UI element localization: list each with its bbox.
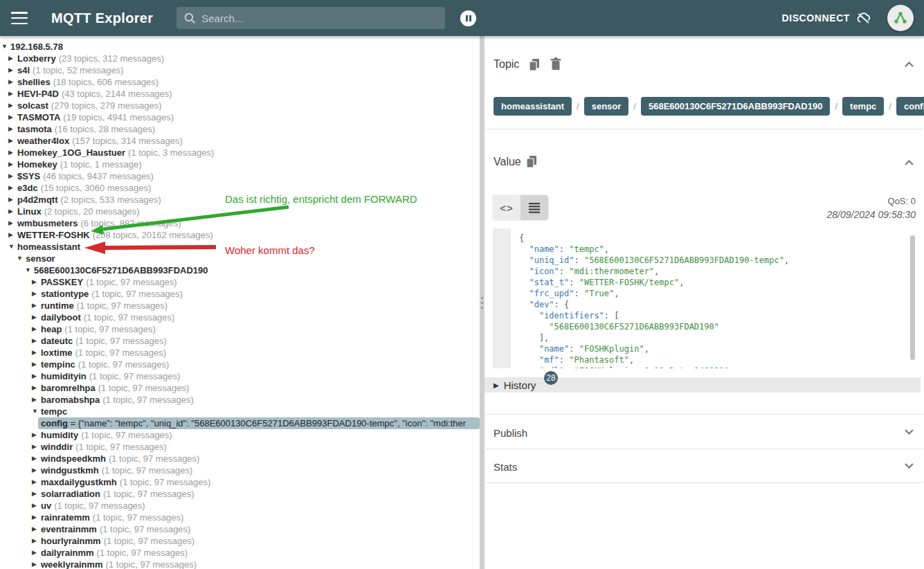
expand-icon[interactable]: ▶ bbox=[32, 429, 41, 441]
tree-item[interactable]: ▶WETTER-FOSHK(208 topics, 20162 messages… bbox=[0, 229, 480, 241]
expand-icon[interactable]: ▶ bbox=[32, 300, 41, 311]
tree-item[interactable]: ▶windspeedkmh(1 topic, 97 messages) bbox=[0, 453, 480, 464]
expand-icon[interactable]: ▶ bbox=[32, 311, 41, 323]
expand-icon[interactable]: ▶ bbox=[8, 206, 17, 217]
tree-item[interactable]: ▶baromrelhpa(1 topic, 97 messages) bbox=[0, 382, 480, 394]
expand-icon[interactable]: ▶ bbox=[8, 194, 17, 206]
expand-icon[interactable]: ▶ bbox=[32, 488, 41, 500]
expand-icon[interactable]: ▶ bbox=[32, 276, 41, 288]
expand-icon[interactable]: ▶ bbox=[8, 76, 17, 88]
menu-icon[interactable] bbox=[11, 12, 28, 24]
tree-item[interactable]: ▶$SYS(46 topics, 9437 messages) bbox=[0, 170, 480, 182]
tree-item[interactable]: ▶dateutc(1 topic, 97 messages) bbox=[0, 335, 480, 347]
value-collapse-icon[interactable] bbox=[904, 159, 914, 166]
stats-expand-icon[interactable] bbox=[904, 462, 914, 469]
expand-icon[interactable]: ▶ bbox=[8, 100, 17, 111]
expand-icon[interactable]: ▶ bbox=[8, 182, 17, 194]
tree-item[interactable]: ▶solcast(279 topics, 279 messages) bbox=[0, 100, 480, 111]
expand-icon[interactable]: ▶ bbox=[32, 370, 41, 382]
code-view-button[interactable]: <> bbox=[493, 195, 520, 220]
expand-icon[interactable]: ▶ bbox=[8, 123, 17, 135]
tree-item[interactable]: ▶stationtype(1 topic, 97 messages) bbox=[0, 288, 480, 300]
expand-icon[interactable]: ▶ bbox=[32, 476, 41, 488]
publish-section[interactable]: Publish bbox=[484, 415, 924, 448]
tree-item[interactable]: ▶runtime(1 topic, 97 messages) bbox=[0, 300, 480, 311]
collapse-icon[interactable]: ▼ bbox=[8, 241, 17, 253]
expand-icon[interactable]: ▶ bbox=[8, 159, 17, 170]
expand-icon[interactable]: ▶ bbox=[8, 147, 17, 159]
tree-item[interactable]: ▶tempinc(1 topic, 97 messages) bbox=[0, 359, 480, 370]
collapse-icon[interactable]: ▼ bbox=[32, 406, 41, 417]
expand-icon[interactable]: ▶ bbox=[32, 535, 41, 547]
topic-segment-chip[interactable]: homeassistant bbox=[493, 97, 572, 116]
expand-icon[interactable]: ▶ bbox=[8, 229, 17, 241]
publish-expand-icon[interactable] bbox=[904, 428, 914, 435]
tree-item[interactable]: ▶Linux(2 topics, 20 messages) bbox=[0, 206, 480, 217]
tree-item[interactable]: ▶baromabshpa(1 topic, 97 messages) bbox=[0, 394, 480, 406]
delete-topic-icon[interactable] bbox=[550, 57, 562, 71]
topic-segment-chip[interactable]: tempc bbox=[842, 97, 884, 116]
expand-icon[interactable]: ▶ bbox=[32, 453, 41, 464]
expand-icon[interactable]: ▶ bbox=[8, 53, 17, 64]
pause-button[interactable] bbox=[460, 10, 476, 26]
expand-icon[interactable]: ▶ bbox=[32, 288, 41, 300]
expand-icon[interactable]: ▶ bbox=[32, 347, 41, 359]
expand-icon[interactable]: ▶ bbox=[8, 88, 17, 100]
search-input[interactable] bbox=[201, 12, 438, 24]
tree-item[interactable]: ▶windgustkmh(1 topic, 97 messages) bbox=[0, 464, 480, 476]
expand-icon[interactable]: ▶ bbox=[32, 323, 41, 335]
tree-item[interactable]: ▶dailyrainmm(1 topic, 97 messages) bbox=[0, 547, 480, 559]
panel-splitter[interactable] bbox=[480, 36, 484, 569]
raw-view-button[interactable] bbox=[520, 195, 548, 220]
tree-item[interactable]: ▶dailyboot(1 topic, 97 messages) bbox=[0, 311, 480, 323]
topic-segment-chip[interactable]: sensor bbox=[584, 97, 629, 116]
avatar[interactable] bbox=[887, 5, 914, 31]
tree-item[interactable]: ▶humidityin(1 topic, 97 messages) bbox=[0, 370, 480, 382]
tree-item[interactable]: ▶heap(1 topic, 97 messages) bbox=[0, 323, 480, 335]
tree-item[interactable]: ▶weather4lox(157 topics, 314 messages) bbox=[0, 135, 480, 147]
expand-icon[interactable]: ▶ bbox=[32, 464, 41, 476]
expand-icon[interactable]: ▶ bbox=[8, 111, 17, 123]
tree-item[interactable]: ▶rainratemm(1 topic, 97 messages) bbox=[0, 512, 480, 523]
tree-item[interactable]: ▼192.168.5.78 bbox=[0, 41, 480, 53]
tree-item[interactable]: ▶maxdailygustkmh(1 topic, 97 messages) bbox=[0, 476, 480, 488]
expand-icon[interactable]: ▶ bbox=[32, 359, 41, 370]
tree-item[interactable]: ▶Loxberry(23 topics, 312 messages) bbox=[0, 53, 480, 64]
tree-item[interactable]: ▶s4l(1 topic, 52 messages) bbox=[0, 64, 480, 76]
collapse-icon[interactable]: ▼ bbox=[17, 253, 26, 264]
search-box[interactable] bbox=[176, 7, 445, 29]
expand-icon[interactable]: ▶ bbox=[32, 523, 41, 535]
expand-icon[interactable]: ▶ bbox=[8, 135, 17, 147]
stats-section[interactable]: Stats bbox=[484, 449, 924, 482]
tree-item[interactable]: ▶Homekey_1OG_Haustuer(1 topic, 3 message… bbox=[0, 147, 480, 159]
payload-scrollbar[interactable] bbox=[910, 235, 915, 360]
tree-item[interactable]: ▶Homekey(1 topic, 1 message) bbox=[0, 159, 480, 170]
tree-item[interactable]: ▼tempc bbox=[0, 406, 480, 417]
expand-icon[interactable]: ▶ bbox=[32, 512, 41, 523]
expand-icon[interactable]: ▶ bbox=[32, 559, 41, 569]
tree-item[interactable]: ▶PASSKEY(1 topic, 97 messages) bbox=[0, 276, 480, 288]
disconnect-button[interactable]: DISCONNECT bbox=[781, 12, 850, 24]
collapse-icon[interactable]: ▼ bbox=[1, 41, 10, 53]
copy-value-icon[interactable] bbox=[525, 154, 538, 169]
expand-icon[interactable]: ▶ bbox=[32, 441, 41, 453]
expand-icon[interactable]: ▶ bbox=[32, 382, 41, 394]
tree-item[interactable]: ▶shellies(18 topics, 606 messages) bbox=[0, 76, 480, 88]
tree-item[interactable]: ▶uv(1 topic, 97 messages) bbox=[0, 500, 480, 512]
tree-value-row[interactable]: config = {"name": "tempc", "uniq_id": "5… bbox=[0, 417, 480, 429]
expand-icon[interactable]: ▶ bbox=[8, 170, 17, 182]
expand-icon[interactable]: ▶ bbox=[32, 500, 41, 512]
tree-item[interactable]: ▶humidity(1 topic, 97 messages) bbox=[0, 429, 480, 441]
payload-viewer[interactable]: { "name": "tempc", "uniq_id": "568E60013… bbox=[493, 228, 916, 368]
selected-topic-payload[interactable]: config = {"name": "tempc", "uniq_id": "5… bbox=[38, 417, 480, 429]
collapse-icon[interactable]: ▼ bbox=[25, 264, 34, 276]
topic-segment-chip[interactable]: config bbox=[896, 97, 924, 116]
tree-item[interactable]: ▶TASMOTA(19 topics, 4941 messages) bbox=[0, 111, 480, 123]
expand-icon[interactable]: ▶ bbox=[8, 64, 17, 76]
expand-icon[interactable]: ▶ bbox=[32, 335, 41, 347]
tree-item[interactable]: ▶e3dc(15 topics, 3060 messages) bbox=[0, 182, 480, 194]
tree-item[interactable]: ▶hourlyrainmm(1 topic, 97 messages) bbox=[0, 535, 480, 547]
tree-item[interactable]: ▶tasmota(16 topics, 28 messages) bbox=[0, 123, 480, 135]
tree-item[interactable]: ▶wmbusmeters(6 topics, 882 messages) bbox=[0, 217, 480, 229]
tree-item[interactable]: ▶weeklyrainmm(1 topic, 97 messages) bbox=[0, 559, 480, 569]
